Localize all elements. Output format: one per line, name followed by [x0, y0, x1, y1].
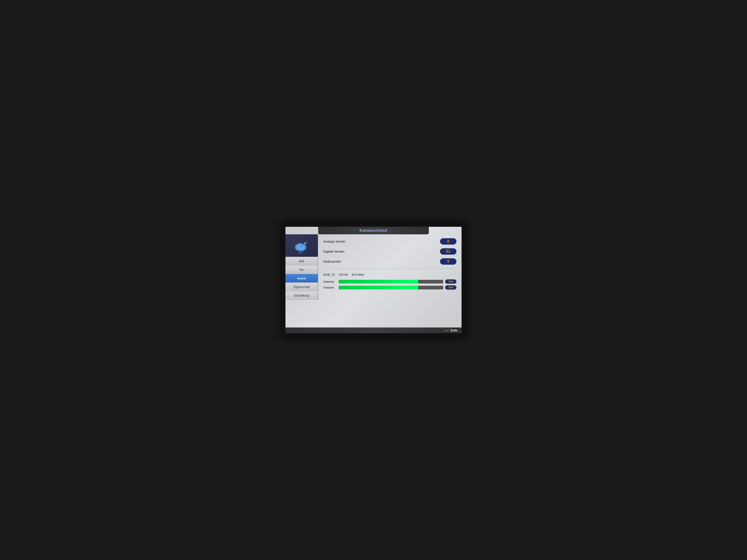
sidebar-item-bild[interactable]: Bild: [285, 257, 318, 265]
fortschr-bar-container: [339, 286, 443, 289]
channel-type: DVB_T2: [323, 273, 335, 276]
satellite-icon: [293, 237, 310, 254]
channel-freq: 674 MHz: [352, 273, 364, 276]
channel-ch: CH:46: [339, 273, 348, 276]
main-content: Bild Ton Kanal Eigenschaft Einstellung A…: [285, 234, 462, 327]
sidebar-item-kanal[interactable]: Kanal: [285, 274, 318, 283]
right-panel: Analoge Sender: 0 Digitale Sender: 51 Ra…: [318, 234, 462, 327]
sidebar-item-eigenschaft[interactable]: Eigenschaft: [285, 283, 318, 291]
fortschr-row: Fortschr. 76%: [323, 285, 457, 290]
analoge-sender-value: 0: [440, 238, 457, 245]
digitale-sender-label: Digitale Sender:: [323, 250, 345, 253]
antenna-label: Antenne: [323, 280, 337, 283]
radiosender-label: Radiosender:: [323, 260, 341, 263]
svg-rect-5: [299, 252, 303, 253]
fortschr-percent: 76%: [445, 285, 457, 290]
tv-screen: Kanalsuchlauf: [281, 223, 466, 337]
title-bar: Kanalsuchlauf: [318, 227, 429, 234]
fortschr-label: Fortschr.: [323, 286, 337, 289]
antenna-row: Antenne 76%: [323, 279, 457, 284]
antenna-percent: 76%: [445, 279, 457, 284]
radiosender-row: Radiosender: 5: [323, 258, 457, 265]
page-title: Kanalsuchlauf: [360, 229, 387, 233]
digitale-sender-value: 51: [440, 248, 457, 255]
radiosender-value: 5: [440, 258, 457, 265]
sidebar-item-einstellung[interactable]: Einstellung: [285, 291, 318, 300]
analoge-sender-label: Analoge Sender:: [323, 240, 346, 243]
satellite-icon-area: [285, 234, 318, 257]
antenna-bar-container: [339, 280, 443, 284]
ui-container: Kanalsuchlauf: [285, 227, 462, 333]
sidebar: Bild Ton Kanal Eigenschaft Einstellung: [285, 234, 318, 327]
bottom-bar: Exit Ende: [285, 327, 462, 333]
exit-action-label: Ende: [450, 329, 458, 332]
channel-info: DVB_T2 CH:46 674 MHz: [323, 272, 457, 277]
exit-key-label: Exit: [444, 329, 449, 332]
digitale-sender-row: Digitale Sender: 51: [323, 247, 457, 256]
analoge-sender-row: Analoge Sender: 0: [323, 237, 457, 245]
antenna-bar-fill: [339, 280, 418, 284]
sidebar-item-ton[interactable]: Ton: [285, 265, 318, 274]
progress-section: Antenne 76% Fortschr. 76%: [323, 279, 457, 290]
fortschr-bar-fill: [339, 286, 418, 289]
